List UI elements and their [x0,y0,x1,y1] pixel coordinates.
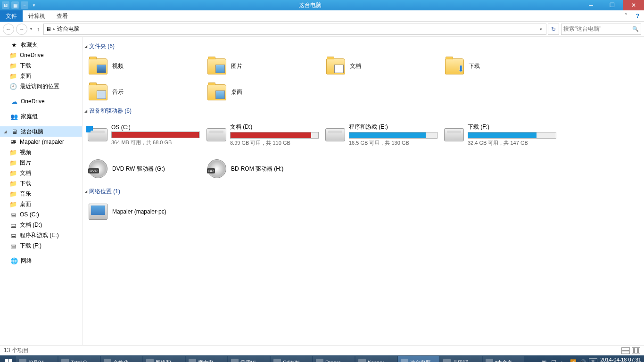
nav-fav-onedrive[interactable]: 📁OneDrive [0,50,82,60]
breadcrumb-sep-icon[interactable]: ▸ [53,27,55,31]
item-label: OS (C:) [111,124,200,131]
nav-pc-drive-c[interactable]: 🖴OS (C:) [0,209,82,220]
tray-icon[interactable]: ▣ [542,359,548,362]
taskbar-button[interactable]: Total C... [58,356,100,362]
recent-icon: 🕘 [9,82,17,90]
taskbar-button[interactable]: C:\WIN... [271,356,312,362]
nav-pc-music[interactable]: 📁音乐 [0,189,82,199]
nav-onedrive[interactable]: ☁OneDrive [0,96,82,107]
nav-fav-desktop[interactable]: 📁桌面 [0,71,82,81]
taskbar-button[interactable]: (3月24... [16,356,58,362]
folder-icon [207,84,226,100]
nav-fav-recent[interactable]: 🕘最近访问的位置 [0,81,82,91]
search-box[interactable]: 搜索"这台电脑" 🔍 [561,24,641,35]
taskbar-button[interactable]: 这台电脑 [398,356,439,362]
taskbar-button[interactable]: 魔方电... [186,356,227,362]
nav-pc-desktop[interactable]: 📁桌面 [0,199,82,209]
folder-item[interactable]: 桌面 [203,79,322,105]
taskbar-button[interactable]: 网络和... [143,356,185,362]
address-dropdown-icon[interactable]: ▾ [538,27,544,32]
status-item-count: 13 个项目 [4,346,29,354]
drive-item[interactable]: 程序和游戏 (E:) 16.5 GB 可用，共 130 GB [322,118,441,152]
qat-dropdown-icon[interactable]: ▼ [30,1,38,9]
folder-item[interactable]: 音乐 [84,79,203,105]
taskbar-button[interactable]: Kasper... [355,356,397,362]
group-folders-header[interactable]: ◢文件夹 (6) [84,41,642,53]
folder-icon: 📁 [9,72,17,80]
drive-item[interactable]: 文档 (D:) 8.99 GB 可用，共 110 GB [203,118,322,152]
capacity-label: 8.99 GB 可用，共 110 GB [230,140,319,147]
nav-pc-drive-f[interactable]: 🖴下载 (F:) [0,240,82,251]
drive-icon [88,128,107,141]
qat-newfolder-icon[interactable]: ▫ [21,1,28,9]
tray-icon[interactable]: 🛡 [551,359,558,362]
address-row: ← → ▾ ↑ 🖥 ▸ 这台电脑 ▾ ↻ 搜索"这台电脑" 🔍 [0,22,644,37]
drive-icon [444,128,464,141]
folder-icon: 📁 [9,62,17,69]
nav-pc-mapaler[interactable]: 🖳Mapaler (mapaler [0,137,82,147]
nav-up-button[interactable]: ↑ [35,26,41,33]
netloc-item[interactable]: Mapaler (mapaler-pc) [84,198,203,224]
view-details-button[interactable] [621,347,630,354]
taskbar-button[interactable]: 个性化 [101,356,142,362]
ribbon-tab-view[interactable]: 查看 [51,10,74,22]
nav-thispc[interactable]: ◢🖥这台电脑 [0,126,82,137]
nav-pc-documents[interactable]: 📁文档 [0,168,82,178]
taskbar-button[interactable]: Progra... [313,356,355,362]
tray-network-icon[interactable]: 📶 [570,359,577,362]
tray-volume-icon[interactable]: 🔊 [579,359,586,362]
taskbar-button[interactable]: 卡巴斯... [440,356,482,362]
nav-pc-drive-e[interactable]: 🖴程序和游戏 (E:) [0,230,82,240]
group-drives-header[interactable]: ◢设备和驱动器 (6) [84,105,642,118]
drive-item[interactable]: 下载 (F:) 32.4 GB 可用，共 147 GB [441,118,560,152]
taskbar-clock[interactable]: 2014-04-18 07:31 三月十九 周五 [600,357,641,362]
ribbon-tab-file[interactable]: 文件 [0,10,23,22]
item-label: 音乐 [112,88,200,96]
maximize-button[interactable]: ❐ [602,0,623,10]
tray-up-icon[interactable]: ▴ [561,359,567,362]
item-label: Mapaler (mapaler-pc) [112,208,200,215]
nav-forward-button[interactable]: → [16,24,27,35]
nav-pc-videos[interactable]: 📁视频 [0,147,82,157]
folder-item[interactable]: 图片 [203,53,322,79]
nav-back-button[interactable]: ← [3,24,14,35]
nav-network[interactable]: 🌐网络 [0,255,82,266]
nav-favorites[interactable]: ★收藏夹 [0,40,82,50]
nav-pc-pictures[interactable]: 📁图片 [0,157,82,168]
app-icon[interactable]: 🖥 [2,1,9,9]
close-button[interactable]: ✕ [623,0,644,10]
ribbon-expand-icon[interactable]: ˅ [621,13,631,19]
refresh-button[interactable]: ↻ [548,24,559,35]
minimize-button[interactable]: ─ [580,0,602,10]
capacity-label: 364 MB 可用，共 68.0 GB [111,139,200,146]
nav-pc-drive-d[interactable]: 🖴文档 (D:) [0,220,82,230]
search-icon[interactable]: 🔍 [632,26,639,32]
drive-item[interactable]: DVDDVD RW 驱动器 (G:) [84,152,203,186]
breadcrumb-root[interactable]: 这台电脑 [57,25,80,33]
nav-pc-downloads[interactable]: 📁下载 [0,178,82,189]
help-button[interactable]: ? [631,13,644,19]
search-placeholder: 搜索"这台电脑" [563,25,602,33]
drive-item[interactable]: BDBD-ROM 驱动器 (H:) [203,152,322,186]
folder-item[interactable]: ⬇ 下载 [441,53,560,79]
drive-item[interactable]: OS (C:) 364 MB 可用，共 68.0 GB [84,118,203,152]
ribbon-tab-computer[interactable]: 计算机 [23,10,51,22]
address-bar[interactable]: 🖥 ▸ 这台电脑 ▾ [43,24,546,35]
folder-item[interactable]: 文档 [322,53,441,79]
nav-recent-icon[interactable]: ▾ [29,27,33,31]
item-label: 文档 [350,62,438,70]
nav-homegroup[interactable]: 👥家庭组 [0,111,82,122]
app-icon [146,359,154,362]
group-netloc-header[interactable]: ◢网络位置 (1) [84,186,642,198]
start-button[interactable] [0,355,16,362]
taskbar-button[interactable]: *未命名... [483,356,524,362]
qat-properties-icon[interactable]: ▦ [11,1,19,9]
view-icons-button[interactable] [632,347,640,354]
folder-icon: 📁 [9,51,17,59]
computer-icon: 🖥 [46,26,51,33]
computer-icon [89,204,107,220]
folder-item[interactable]: 视频 [84,53,203,79]
ime-indicator[interactable]: 英 [589,358,597,362]
taskbar-button[interactable]: 迅雷VI... [228,356,270,362]
nav-fav-downloads[interactable]: 📁下载 [0,60,82,71]
